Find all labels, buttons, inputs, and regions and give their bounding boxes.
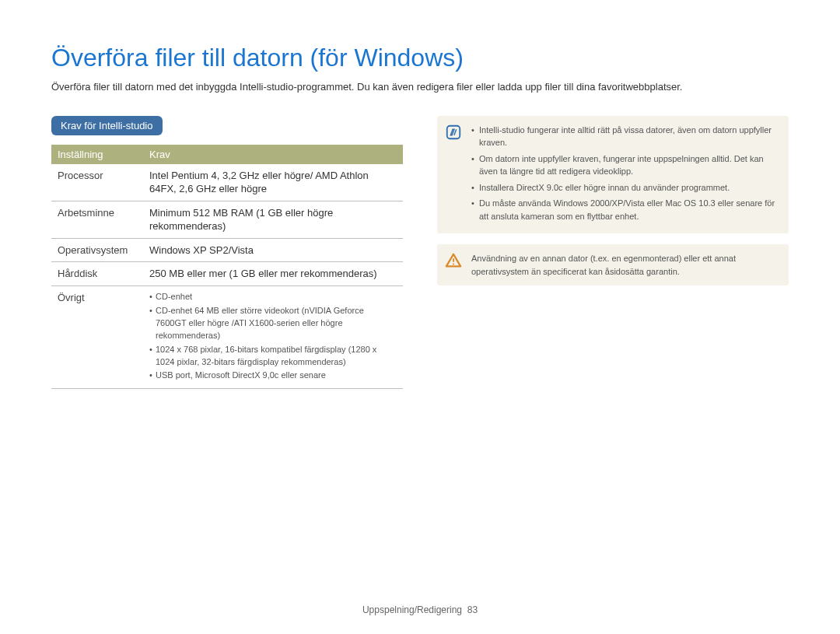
- intro-text: Överföra filer till datorn med det inbyg…: [51, 80, 789, 94]
- ovrigt-list: CD-enhet CD-enhet 64 MB eller större vid…: [149, 291, 397, 383]
- page-title: Överföra filer till datorn (för Windows): [51, 44, 789, 72]
- table-row: Övrigt CD-enhet CD-enhet 64 MB eller stö…: [51, 285, 403, 389]
- cell-req: CD-enhet CD-enhet 64 MB eller större vid…: [143, 285, 403, 389]
- footer-page: 83: [467, 604, 478, 615]
- warning-note: Användning av en annan dator (t.ex. en e…: [437, 244, 789, 285]
- page-footer: Uppspelning/Redigering 83: [0, 604, 840, 615]
- cell-req: 250 MB eller mer (1 GB eller mer rekomme…: [143, 262, 403, 286]
- cell-setting: Arbetsminne: [51, 201, 143, 238]
- footer-section: Uppspelning/Redigering: [362, 604, 462, 615]
- warning-icon: [445, 252, 462, 269]
- cell-setting: Operativsystem: [51, 238, 143, 262]
- info-note: Intelli-studio fungerar inte alltid rätt…: [437, 116, 789, 234]
- svg-point-2: [453, 264, 454, 265]
- section-heading: Krav för Intelli-studio: [51, 116, 163, 135]
- info-icon: [445, 124, 462, 141]
- list-item: 1024 x 768 pixlar, 16-bitars kompatibel …: [149, 344, 397, 369]
- warning-text: Användning av en annan dator (t.ex. en e…: [471, 254, 736, 276]
- cell-setting: Processor: [51, 164, 143, 201]
- th-setting: Inställning: [51, 145, 143, 164]
- table-row: Hårddisk 250 MB eller mer (1 GB eller me…: [51, 262, 403, 286]
- list-item: CD-enhet 64 MB eller större videokort (n…: [149, 305, 397, 342]
- list-item: Du måste använda Windows 2000/XP/Vista e…: [471, 197, 779, 222]
- th-req: Krav: [143, 145, 403, 164]
- list-item: CD-enhet: [149, 291, 397, 303]
- table-row: Arbetsminne Minimum 512 MB RAM (1 GB ell…: [51, 201, 403, 238]
- list-item: Om datorn inte uppfyller kraven, fungera…: [471, 152, 779, 178]
- list-item: Intelli-studio fungerar inte alltid rätt…: [471, 124, 779, 149]
- cell-req: Intel Pentium 4, 3,2 GHz eller högre/ AM…: [143, 164, 403, 201]
- cell-req: Windows XP SP2/Vista: [143, 238, 403, 262]
- cell-setting: Hårddisk: [51, 262, 143, 286]
- list-item: Installera DirectX 9.0c eller högre inna…: [471, 181, 779, 194]
- table-row: Operativsystem Windows XP SP2/Vista: [51, 238, 403, 262]
- requirements-table: Inställning Krav Processor Intel Pentium…: [51, 145, 403, 390]
- cell-setting: Övrigt: [51, 285, 143, 389]
- table-row: Processor Intel Pentium 4, 3,2 GHz eller…: [51, 164, 403, 201]
- cell-req: Minimum 512 MB RAM (1 GB eller högre rek…: [143, 201, 403, 238]
- list-item: USB port, Microsoft DirectX 9,0c eller s…: [149, 370, 397, 382]
